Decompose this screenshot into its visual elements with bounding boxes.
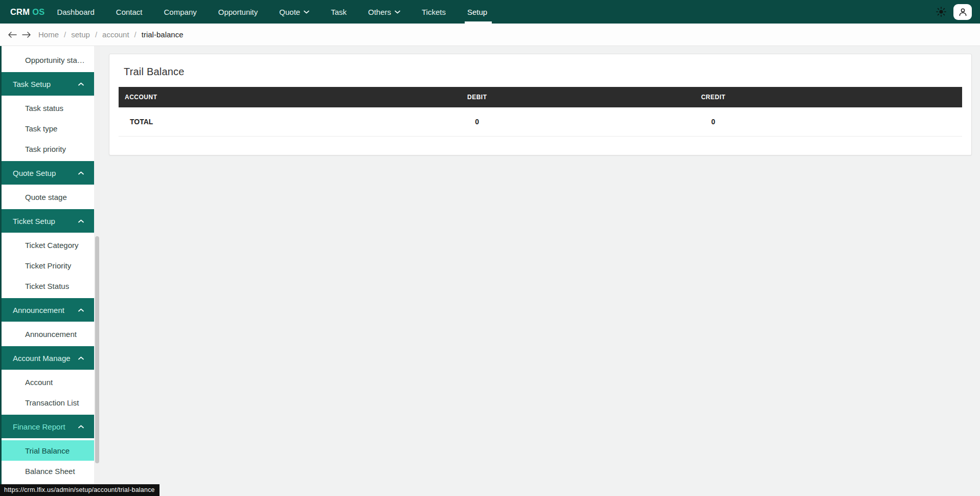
sidebar-scrollbar-track[interactable] bbox=[94, 46, 100, 496]
chevron-up-icon bbox=[78, 82, 84, 86]
sidebar-item-ticket-category[interactable]: Ticket Category bbox=[2, 235, 94, 255]
logo-part-os: OS bbox=[32, 7, 44, 17]
nav-item-task[interactable]: Task bbox=[331, 0, 347, 24]
sidebar-section-announcement[interactable]: Announcement bbox=[2, 298, 94, 322]
sidebar-section-ticket-setup[interactable]: Ticket Setup bbox=[2, 209, 94, 233]
breadcrumb-current: trial-balance bbox=[142, 30, 184, 39]
column-header-account: ACCOUNT bbox=[119, 94, 372, 101]
table-header-row: ACCOUNT DEBIT CREDIT bbox=[119, 87, 962, 107]
sidebar-item-task-priority[interactable]: Task priority bbox=[2, 139, 94, 159]
breadcrumb-account[interactable]: account bbox=[102, 30, 129, 39]
setup-sidebar: Opportunity sta… Task Setup Task status … bbox=[0, 46, 100, 496]
trial-balance-card: Trail Balance ACCOUNT DEBIT CREDIT TOTAL… bbox=[109, 54, 972, 155]
breadcrumb: Home / setup / account / trial-balance bbox=[38, 30, 184, 39]
page-title: Trail Balance bbox=[124, 66, 962, 78]
total-credit-value: 0 bbox=[583, 118, 845, 126]
back-arrow-icon[interactable] bbox=[7, 31, 18, 39]
user-avatar-button[interactable] bbox=[953, 4, 972, 20]
nav-item-dashboard[interactable]: Dashboard bbox=[57, 0, 94, 24]
nav-item-tickets[interactable]: Tickets bbox=[422, 0, 446, 24]
theme-toggle-sun-icon[interactable] bbox=[936, 7, 946, 17]
sidebar-item-task-type[interactable]: Task type bbox=[2, 118, 94, 139]
sidebar-item-balance-sheet[interactable]: Balance Sheet bbox=[2, 461, 94, 481]
nav-menu: Dashboard Contact Company Opportunity Qu… bbox=[57, 0, 487, 24]
nav-right-actions bbox=[936, 4, 972, 20]
person-icon bbox=[959, 8, 967, 16]
chevron-up-icon bbox=[78, 219, 84, 223]
top-navbar: CRM OS Dashboard Contact Company Opportu… bbox=[0, 0, 980, 24]
chevron-down-icon bbox=[304, 10, 309, 14]
sidebar-item-opportunity-stage[interactable]: Opportunity sta… bbox=[2, 50, 94, 70]
chevron-up-icon bbox=[78, 308, 84, 312]
nav-item-opportunity[interactable]: Opportunity bbox=[218, 0, 258, 24]
logo-part-crm: CRM bbox=[10, 7, 30, 17]
breadcrumb-setup[interactable]: setup bbox=[71, 30, 90, 39]
sidebar-section-task-setup[interactable]: Task Setup bbox=[2, 72, 94, 96]
breadcrumb-home[interactable]: Home bbox=[38, 30, 59, 39]
sidebar-section-account-manage[interactable]: Account Manage bbox=[2, 346, 94, 370]
breadcrumb-bar: Home / setup / account / trial-balance bbox=[0, 24, 980, 46]
sidebar-item-trial-balance[interactable]: Trial Balance bbox=[2, 440, 94, 461]
main-content: Trail Balance ACCOUNT DEBIT CREDIT TOTAL… bbox=[100, 46, 980, 496]
chevron-up-icon bbox=[78, 171, 84, 175]
sidebar-menu: Opportunity sta… Task Setup Task status … bbox=[0, 46, 94, 496]
sidebar-section-finance-report[interactable]: Finance Report bbox=[2, 415, 94, 438]
nav-item-company[interactable]: Company bbox=[164, 0, 197, 24]
status-bar-url: https://crm.lfix.us/admin/setup/account/… bbox=[0, 484, 159, 496]
sidebar-scrollbar-thumb[interactable] bbox=[95, 236, 99, 463]
chevron-up-icon bbox=[78, 356, 84, 360]
sidebar-item-transaction-list[interactable]: Transaction List bbox=[2, 392, 94, 413]
column-header-credit: CREDIT bbox=[583, 94, 845, 101]
sidebar-item-account[interactable]: Account bbox=[2, 372, 94, 392]
sidebar-item-ticket-status[interactable]: Ticket Status bbox=[2, 276, 94, 296]
nav-item-contact[interactable]: Contact bbox=[116, 0, 143, 24]
sidebar-section-quote-setup[interactable]: Quote Setup bbox=[2, 161, 94, 185]
nav-item-setup[interactable]: Setup bbox=[467, 0, 487, 24]
sidebar-item-announcement[interactable]: Announcement bbox=[2, 324, 94, 344]
chevron-up-icon bbox=[78, 425, 84, 429]
nav-item-others[interactable]: Others bbox=[368, 0, 400, 24]
sidebar-item-quote-stage[interactable]: Quote stage bbox=[2, 187, 94, 207]
sidebar-item-ticket-priority[interactable]: Ticket Priority bbox=[2, 255, 94, 276]
table-row-total: TOTAL 0 0 bbox=[119, 107, 962, 137]
sidebar-item-task-status[interactable]: Task status bbox=[2, 98, 94, 118]
total-label: TOTAL bbox=[119, 118, 372, 126]
app-logo[interactable]: CRM OS bbox=[10, 7, 44, 17]
total-debit-value: 0 bbox=[372, 118, 583, 126]
column-header-debit: DEBIT bbox=[372, 94, 583, 101]
chevron-down-icon bbox=[395, 10, 400, 14]
forward-arrow-icon[interactable] bbox=[21, 31, 32, 39]
nav-item-quote[interactable]: Quote bbox=[279, 0, 309, 24]
